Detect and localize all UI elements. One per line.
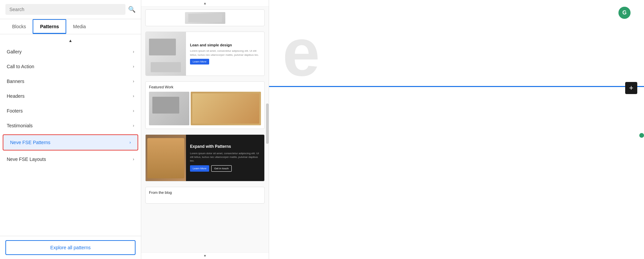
- pattern-card-expand-patterns[interactable]: Expand with Patterns Lorem ipsum dolor s…: [145, 134, 265, 181]
- card-featured-title: Featured Work: [149, 85, 261, 89]
- tab-media[interactable]: Media: [66, 19, 92, 34]
- search-button[interactable]: 🔍: [128, 6, 136, 13]
- main-top-bar: G: [269, 0, 644, 26]
- main-content: G e +: [269, 0, 644, 259]
- explore-all-patterns-button[interactable]: Explore all patterns: [5, 240, 136, 255]
- tab-blocks[interactable]: Blocks: [5, 19, 33, 34]
- sidebar: 🔍 Blocks Patterns Media ▲ Gallery › Call…: [0, 0, 141, 259]
- large-decorative-letter: e: [282, 19, 320, 86]
- sidebar-item-gallery[interactable]: Gallery ›: [0, 44, 141, 59]
- card-expand-image: [146, 135, 186, 181]
- featured-image-left: [149, 92, 189, 125]
- scroll-up-indicator[interactable]: ▲: [141, 0, 269, 7]
- patterns-scroll-area: Lean and simple design Lorem ipsum sit a…: [141, 7, 269, 252]
- search-bar: 🔍: [0, 0, 141, 19]
- green-status-dot: [639, 133, 644, 138]
- tab-patterns[interactable]: Patterns: [33, 19, 66, 34]
- blue-divider-bar: [269, 86, 644, 87]
- expand-get-in-touch-button[interactable]: Get in touch: [211, 165, 232, 172]
- featured-image-right: [191, 92, 261, 125]
- pattern-thumbnail: [185, 12, 225, 24]
- card-expand-text: Lorem ipsum dolor sit amet, consectetur …: [190, 152, 260, 163]
- add-block-button[interactable]: +: [625, 82, 637, 94]
- scroll-down-indicator[interactable]: ▼: [141, 252, 269, 259]
- sidebar-item-label: Gallery: [7, 49, 22, 54]
- main-body: e +: [269, 26, 644, 259]
- expand-learn-more-button[interactable]: Learn More: [190, 165, 209, 172]
- chevron-right-icon: ›: [133, 123, 134, 128]
- pattern-card-top-partial[interactable]: [145, 9, 265, 26]
- sidebar-item-neve-fse-patterns[interactable]: Neve FSE Patterns ›: [3, 134, 138, 150]
- nav-list: ▲ Gallery › Call to Action › Banners › H…: [0, 34, 141, 236]
- sidebar-item-label: Headers: [7, 93, 25, 99]
- scroll-up-arrow[interactable]: ▲: [0, 37, 141, 44]
- card-lean-title: Lean and simple design: [190, 43, 260, 47]
- card-expand-content: Expand with Patterns Lorem ipsum dolor s…: [186, 135, 264, 181]
- pattern-card-from-blog[interactable]: From the blog: [145, 187, 265, 204]
- card-blog-title: From the blog: [149, 190, 261, 195]
- sidebar-item-neve-fse-layouts[interactable]: Neve FSE Layouts ›: [0, 152, 141, 167]
- sidebar-item-label: Neve FSE Layouts: [7, 157, 46, 162]
- pattern-card-featured-work[interactable]: Featured Work: [145, 81, 265, 129]
- tabs-bar: Blocks Patterns Media: [0, 19, 141, 34]
- chevron-right-icon: ›: [133, 94, 134, 98]
- card-expand-buttons: Learn More Get in touch: [190, 165, 260, 172]
- explore-btn-container: Explore all patterns: [0, 236, 141, 259]
- chevron-right-icon: ›: [133, 79, 134, 84]
- chevron-right-icon: ›: [133, 157, 134, 162]
- chevron-right-icon: ›: [133, 64, 134, 69]
- sidebar-item-label: Call to Action: [7, 64, 34, 69]
- sidebar-item-label: Footers: [7, 108, 23, 114]
- card-featured-images: [149, 92, 261, 125]
- card-lean-text: Lorem ipsum sit amet, consectetur adipis…: [190, 49, 260, 56]
- center-panel: ▲ Lean and simple design Lorem ipsum sit…: [141, 0, 269, 259]
- sidebar-item-label: Neve FSE Patterns: [10, 140, 50, 145]
- sidebar-item-testimonials[interactable]: Testimonials ›: [0, 118, 141, 133]
- sidebar-item-footers[interactable]: Footers ›: [0, 103, 141, 118]
- sidebar-item-label: Banners: [7, 79, 24, 84]
- card-expand-title: Expand with Patterns: [190, 144, 260, 149]
- card-lean-learn-more-button[interactable]: Learn More: [190, 59, 209, 64]
- center-scrollbar[interactable]: [266, 103, 269, 144]
- card-lean-image: [146, 32, 186, 76]
- sidebar-item-call-to-action[interactable]: Call to Action ›: [0, 59, 141, 74]
- pattern-card-lean-simple[interactable]: Lean and simple design Lorem ipsum sit a…: [145, 32, 265, 76]
- sidebar-item-label: Testimonials: [7, 123, 33, 128]
- search-input[interactable]: [5, 4, 125, 15]
- user-avatar[interactable]: G: [618, 7, 631, 19]
- card-featured-layout: Featured Work: [146, 82, 264, 129]
- sidebar-item-banners[interactable]: Banners ›: [0, 74, 141, 89]
- sidebar-item-headers[interactable]: Headers ›: [0, 89, 141, 103]
- chevron-right-icon: ›: [133, 109, 134, 113]
- card-lean-layout: Lean and simple design Lorem ipsum sit a…: [146, 32, 264, 76]
- card-lean-content: Lean and simple design Lorem ipsum sit a…: [186, 32, 264, 76]
- chevron-right-icon: ›: [129, 140, 131, 145]
- chevron-right-icon: ›: [133, 49, 134, 54]
